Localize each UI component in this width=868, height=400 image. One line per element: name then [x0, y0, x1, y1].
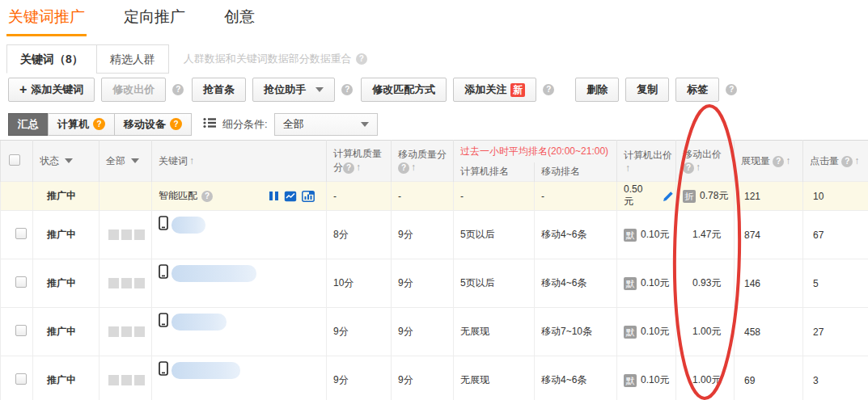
checkbox-cell [1, 259, 33, 308]
rank-group-label: 过去一小时平均排名(20:00~21:00) [460, 145, 608, 157]
table-row: 推广中 9分 9分 无展现 移动4~6条 默0.10元 1.00元 69 3 [1, 356, 868, 400]
nav-tab-creative[interactable]: 创意 [222, 3, 256, 34]
default-bid-badge: 默 [624, 277, 637, 290]
live-status-icon[interactable] [302, 191, 315, 202]
rank-assistant-button[interactable]: 抢位助手 [252, 78, 335, 102]
pc-bid-value: 0.10元 [641, 276, 669, 290]
group-cell [100, 308, 152, 356]
help-icon[interactable]: ? [683, 162, 694, 174]
filter-computer[interactable]: 计算机 ? [48, 113, 115, 136]
col-clicks[interactable]: 点击量 ?↑ [803, 141, 868, 182]
help-icon[interactable]: ? [93, 118, 105, 130]
tab-audience[interactable]: 精选人群 [96, 44, 169, 74]
summary-row: 推广中 智能匹配 ? - - - - [1, 182, 868, 211]
mobile-bid-value: 1.00元 [683, 373, 721, 387]
add-keyword-button[interactable]: + 添加关键词 [8, 78, 95, 102]
sort-up-icon[interactable]: ↑ [625, 162, 630, 174]
help-icon[interactable]: ? [726, 84, 737, 95]
keyword-cell[interactable] [152, 356, 327, 400]
pc-quality-cell: 10分 [327, 259, 392, 308]
filter-mobile[interactable]: 移动设备 ? [114, 113, 192, 136]
keyword-cell[interactable] [152, 211, 327, 259]
sort-up-icon[interactable]: ↑ [356, 162, 361, 173]
row-checkbox[interactable] [15, 276, 27, 288]
help-icon[interactable]: ? [201, 191, 213, 202]
nav-tab-targeted-promotion[interactable]: 定向推广 [122, 3, 187, 34]
col-pc-quality[interactable]: 计算机质量分?↑ [327, 141, 392, 182]
help-icon[interactable]: ? [341, 84, 353, 95]
col-pc-bid[interactable]: 计算机出价↑ [617, 141, 676, 182]
help-icon[interactable]: ? [343, 162, 354, 174]
edit-pencil-icon[interactable] [663, 191, 674, 202]
add-watch-button[interactable]: 添加关注 新 [453, 78, 536, 102]
help-icon[interactable]: ? [398, 162, 409, 174]
delete-button[interactable]: 删除 [575, 78, 619, 102]
sort-up-icon[interactable]: ↑ [411, 162, 416, 173]
impressions-cell: 69 [735, 356, 803, 400]
help-icon[interactable]: ? [172, 84, 184, 95]
subtab-note: 人群数据和关键词数据部分数据重合 ? [184, 52, 367, 66]
col-mobile-bid[interactable]: 移动出价 ?↑ [676, 141, 735, 182]
sort-up-icon[interactable]: ↑ [785, 155, 790, 166]
clicks-cell: 10 [803, 182, 868, 211]
trend-chart-icon[interactable] [284, 191, 297, 202]
help-icon[interactable]: ? [841, 156, 853, 167]
col-pc-rank[interactable]: 计算机排名 [454, 162, 535, 182]
help-icon[interactable]: ? [773, 156, 784, 167]
mobile-rank-cell: 移动4~6条 [535, 259, 617, 308]
mobile-bid-cell: 折 0.78元 [676, 182, 735, 211]
col-mobile-quality[interactable]: 移动质量分 ?↑ [392, 141, 454, 182]
help-icon[interactable]: ? [170, 118, 182, 130]
row-checkbox[interactable] [15, 228, 27, 239]
phone-icon [159, 313, 168, 327]
col-impressions[interactable]: 展现量 ?↑ [735, 141, 803, 182]
chevron-down-icon[interactable] [65, 158, 73, 163]
help-icon[interactable]: ? [543, 84, 554, 95]
col-pc-bid-label: 计算机出价 [624, 149, 672, 161]
col-pc-rank-label: 计算机排名 [460, 166, 509, 177]
segment-label: 细分条件: [222, 117, 268, 132]
segment-select[interactable]: 全部 [274, 113, 378, 136]
pc-quality-cell: 8分 [327, 211, 392, 259]
pc-bid-value: 0.50元 [624, 183, 651, 208]
help-icon[interactable]: ? [356, 53, 367, 65]
modify-bid-button[interactable]: 修改出价 [101, 78, 166, 102]
col-rank-group: 过去一小时平均排名(20:00~21:00) [454, 141, 617, 162]
chevron-down-icon [361, 122, 369, 127]
filter-summary[interactable]: 汇总 [8, 113, 49, 136]
col-mobile-quality-label: 移动质量分 [398, 149, 447, 160]
group-cell [100, 356, 152, 400]
pc-bid-cell: 默0.10元 [617, 259, 676, 308]
keyword-cell[interactable] [152, 308, 327, 356]
grab-first-button[interactable]: 抢首条 [192, 78, 246, 102]
checkbox-cell [1, 211, 33, 259]
tag-button[interactable]: 标签 [675, 78, 719, 102]
keyword-cell[interactable] [152, 259, 327, 308]
chevron-down-icon[interactable] [131, 158, 139, 163]
select-all-checkbox[interactable] [9, 154, 20, 166]
row-checkbox[interactable] [15, 373, 27, 385]
status-cell: 推广中 [33, 182, 100, 211]
row-checkbox[interactable] [15, 325, 27, 336]
pc-bid-cell: 0.50元 [617, 182, 676, 211]
redacted-keyword [171, 265, 256, 282]
redacted-group [106, 375, 150, 385]
nav-tab-keyword-promotion[interactable]: 关键词推广 [6, 3, 87, 36]
col-mobile-rank[interactable]: 移动排名 [535, 162, 617, 182]
status-cell: 推广中 [33, 308, 100, 356]
mobile-quality-cell: - [392, 182, 454, 211]
col-group-filter[interactable]: 全部 [100, 141, 152, 182]
sort-up-icon[interactable]: ↑ [696, 162, 701, 173]
pc-rank-cell: 无展现 [454, 356, 535, 400]
tab-keywords[interactable]: 关键词（8） [6, 44, 97, 74]
pause-icon[interactable] [269, 191, 279, 201]
group-cell [100, 211, 152, 259]
pc-bid-value: 0.10元 [641, 373, 669, 387]
modify-match-button[interactable]: 修改匹配方式 [361, 78, 447, 102]
keyword-promotion-page: 关键词推广 定向推广 创意 关键词（8） 精选人群 人群数据和关键词数据部分数据… [0, 0, 868, 400]
copy-button[interactable]: 复制 [625, 78, 669, 102]
col-keyword[interactable]: 关键词↑ [152, 141, 327, 182]
col-status[interactable]: 状态 [33, 141, 100, 182]
sort-up-icon[interactable]: ↑ [854, 155, 859, 166]
sort-up-icon[interactable]: ↑ [189, 155, 194, 166]
